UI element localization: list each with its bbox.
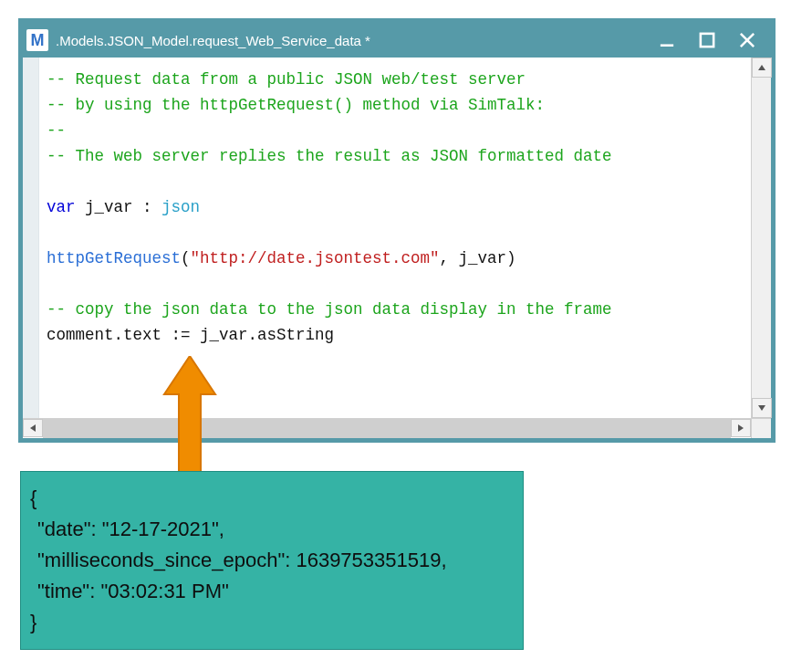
- app-icon: M: [26, 29, 48, 51]
- json-brace-open: {: [30, 483, 514, 514]
- scroll-down-icon[interactable]: [752, 398, 772, 418]
- code-func: httpGetRequest: [47, 249, 181, 267]
- code-area[interactable]: -- Request data from a public JSON web/t…: [39, 58, 751, 418]
- horizontal-scrollbar[interactable]: [23, 418, 771, 438]
- editor-body: -- Request data from a public JSON web/t…: [23, 58, 771, 418]
- code-text: (: [181, 249, 191, 267]
- svg-marker-6: [30, 424, 36, 432]
- json-line-date: "date": "12-17-2021",: [30, 514, 514, 545]
- json-line-ms: "milliseconds_since_epoch": 163975335151…: [30, 545, 514, 576]
- line-gutter: [23, 58, 39, 418]
- json-brace-close: }: [30, 607, 514, 638]
- code-text: comment.text := j_var.asString: [47, 326, 334, 344]
- code-comment: --: [47, 121, 66, 140]
- scroll-left-icon[interactable]: [23, 419, 43, 437]
- code-text: , j_var): [440, 249, 516, 267]
- scrollbar-track[interactable]: [43, 419, 731, 438]
- json-output-panel: { "date": "12-17-2021", "milliseconds_si…: [20, 471, 524, 650]
- code-string: "http://date.jsontest.com": [191, 249, 440, 267]
- window-title: .Models.JSON_Model.request_Web_Service_d…: [56, 33, 658, 48]
- minimize-button[interactable]: [658, 31, 676, 49]
- title-bar[interactable]: M .Models.JSON_Model.request_Web_Service…: [23, 23, 771, 58]
- code-comment: -- copy the json data to the json data d…: [47, 300, 612, 319]
- code-comment: -- by using the httpGetRequest() method …: [47, 96, 545, 114]
- svg-marker-7: [738, 424, 744, 432]
- vertical-scrollbar[interactable]: [751, 58, 771, 418]
- close-button[interactable]: [738, 31, 756, 49]
- code-type: json: [161, 198, 200, 216]
- svg-marker-4: [758, 65, 765, 70]
- code-keyword: var: [47, 198, 76, 216]
- scroll-up-icon[interactable]: [752, 58, 772, 78]
- scroll-right-icon[interactable]: [731, 419, 751, 437]
- svg-marker-5: [758, 405, 765, 411]
- code-editor-window: M .Models.JSON_Model.request_Web_Service…: [18, 18, 776, 443]
- code-comment: -- Request data from a public JSON web/t…: [47, 70, 526, 89]
- window-controls: [658, 31, 765, 49]
- code-text: j_var :: [76, 198, 162, 216]
- scrollbar-corner: [751, 419, 771, 438]
- json-line-time: "time": "03:02:31 PM": [30, 576, 514, 607]
- maximize-button[interactable]: [698, 31, 716, 49]
- svg-rect-1: [701, 34, 713, 47]
- code-comment: -- The web server replies the result as …: [47, 147, 612, 165]
